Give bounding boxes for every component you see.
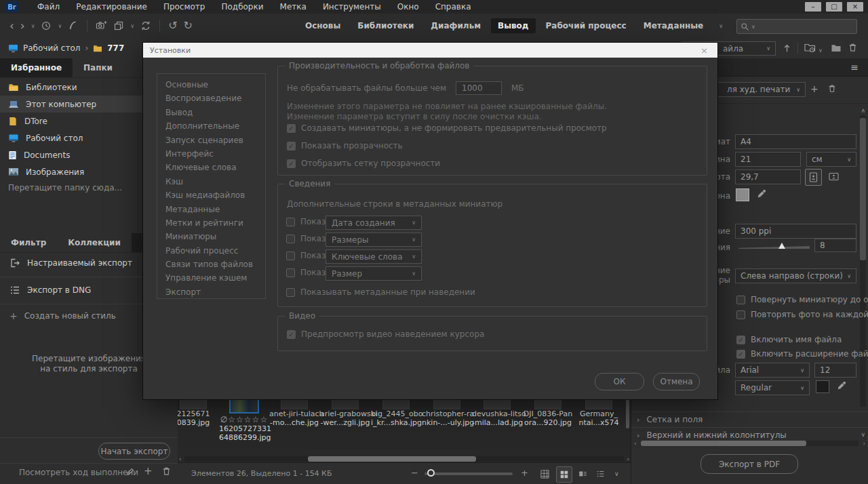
section-item[interactable]: Дополнительные — [157, 119, 265, 133]
scroll-right-icon[interactable]: › — [627, 456, 629, 462]
section-item[interactable]: Основные — [157, 78, 265, 92]
scroll-right-icon[interactable]: › — [863, 440, 865, 447]
sync-icon[interactable] — [140, 20, 151, 31]
grid-lock-view-button[interactable] — [537, 466, 552, 481]
generate-thumbnails-checkbox[interactable]: ✓ Создавать миниатюры, а не формировать … — [287, 123, 607, 133]
scroll-left-icon[interactable]: ‹ — [634, 440, 637, 447]
vertical-scrollbar-thumb[interactable] — [626, 397, 629, 428]
limit-input[interactable]: 1000 — [456, 81, 502, 95]
list-view-button[interactable] — [593, 466, 608, 481]
history-icon[interactable] — [41, 20, 52, 31]
search-input[interactable] — [757, 22, 853, 31]
section-item[interactable]: Ключевые слова — [157, 161, 265, 174]
forward-icon[interactable]: › — [20, 20, 25, 32]
close-button[interactable]: × — [847, 2, 863, 12]
sort-ascending-icon[interactable] — [782, 43, 792, 54]
section-item[interactable]: Запуск сценариев — [157, 134, 265, 147]
font-style-dropdown[interactable]: Regular∨ — [735, 380, 810, 395]
new-folder-icon[interactable] — [831, 43, 842, 52]
video-hover-preview-checkbox[interactable]: ✓ Предпросмотр видео наведением курсора — [287, 329, 484, 339]
camera-import-icon[interactable] — [96, 20, 107, 31]
font-size-field[interactable]: 12 — [814, 363, 856, 378]
slider-knob[interactable] — [427, 469, 435, 477]
metadata-dropdown[interactable]: Размер∨ — [326, 266, 422, 281]
pencil-icon[interactable] — [125, 466, 136, 477]
height-field[interactable]: 29,7 — [735, 169, 801, 184]
scroll-down-icon[interactable]: ∨ — [861, 431, 865, 438]
zoom-in-icon[interactable]: + — [521, 468, 528, 478]
show-tooltips-checkbox[interactable]: Показывать метаданные при наведении — [286, 287, 475, 297]
eyedropper-icon[interactable] — [756, 188, 767, 199]
view-progress-label[interactable]: Посмотреть ход выполнени — [19, 468, 138, 477]
rating-row[interactable]: ∅☆☆☆☆☆ — [219, 415, 269, 424]
workspace-more-icon[interactable]: ∨ — [719, 23, 723, 29]
menu-label[interactable]: Метка — [272, 0, 315, 14]
plus-icon[interactable]: + — [144, 465, 153, 477]
format-field[interactable]: A4 — [735, 134, 856, 149]
export-pdf-button[interactable]: Экспорт в PDF — [701, 454, 798, 474]
menu-stacks[interactable]: Подборки — [213, 0, 271, 14]
section-item[interactable]: Воспроизведение — [157, 92, 265, 105]
menu-view[interactable]: Просмотр — [155, 0, 214, 14]
trash-icon[interactable] — [161, 466, 172, 477]
menu-window[interactable]: Окно — [389, 0, 427, 14]
section-item[interactable]: Экспорт — [157, 285, 265, 299]
checkbox-unchecked[interactable] — [286, 268, 295, 277]
breadcrumb-root[interactable]: Рабочий стол — [23, 43, 80, 53]
chevron-down-icon[interactable]: ∨ — [31, 23, 35, 29]
chevron-down-icon[interactable]: ∨ — [58, 23, 62, 29]
trash-icon[interactable] — [848, 42, 858, 53]
redo-icon[interactable]: ↻ — [184, 20, 193, 31]
ok-button[interactable]: ОК — [595, 373, 644, 390]
direction-dropdown[interactable]: Слева направо (строки)∨ — [735, 268, 856, 283]
menu-tools[interactable]: Инструменты — [315, 0, 389, 14]
width-field[interactable]: 21 — [735, 152, 801, 167]
resolution-field[interactable]: 300 ppi — [735, 224, 856, 239]
view-options-chevron-icon[interactable]: ∨ — [614, 470, 619, 477]
vertical-scrollbar-thumb[interactable] — [860, 118, 866, 260]
maximize-button[interactable]: □ — [826, 2, 842, 12]
transparency-grid-checkbox[interactable]: ✓ Отобразить сетку прозрачности — [287, 159, 440, 168]
landscape-orientation-button[interactable] — [826, 169, 842, 184]
font-color-swatch[interactable] — [816, 380, 829, 393]
rotate-thumbnail-checkbox[interactable]: Повернуть миниатюру до оптимальн — [736, 295, 868, 304]
section-item[interactable]: Кэш медиафайлов — [157, 188, 265, 202]
checkbox-unchecked[interactable] — [286, 235, 295, 243]
quality-slider[interactable] — [738, 246, 810, 249]
cancel-button[interactable]: Отмена — [653, 373, 700, 390]
tab-filter[interactable]: Фильтр — [0, 233, 57, 252]
minimize-button[interactable]: – — [805, 2, 821, 12]
background-color-swatch[interactable] — [736, 188, 749, 201]
dialog-close-icon[interactable]: × — [698, 45, 711, 56]
section-item[interactable]: Связи типов файлов — [157, 258, 265, 271]
include-extension-checkbox[interactable]: ✓ Включить расширение файлов — [736, 349, 868, 359]
boomerang-icon[interactable] — [68, 20, 79, 31]
chevron-down-icon[interactable]: ∨ — [818, 47, 823, 54]
recent-folder-icon[interactable] — [804, 43, 816, 53]
show-transparency-checkbox[interactable]: ✓ Показать прозрачность — [287, 141, 403, 150]
workspace-tab-filmstrip[interactable]: Диафильм — [424, 18, 488, 33]
thumbnail-view-button[interactable] — [556, 466, 572, 483]
chevron-down-icon[interactable]: ∨ — [130, 23, 134, 29]
quality-value-field[interactable]: 8 — [814, 239, 856, 252]
menu-file[interactable]: Файл — [29, 0, 68, 14]
metadata-dropdown[interactable]: Размеры∨ — [326, 233, 422, 247]
zoom-out-icon[interactable]: − — [411, 468, 418, 478]
delete-template-icon[interactable] — [827, 83, 837, 94]
include-filename-checkbox[interactable]: ✓ Включить имя файла — [736, 335, 842, 344]
thumbnail-size-slider[interactable] — [425, 472, 513, 475]
add-template-icon[interactable]: + — [810, 83, 818, 94]
section-item[interactable]: Интерфейс — [157, 147, 265, 161]
metadata-dropdown[interactable]: Ключевые слова∨ — [326, 249, 422, 264]
scroll-up-icon[interactable]: ∧ — [861, 107, 865, 114]
section-item[interactable]: Метки и рейтинги — [157, 216, 265, 230]
section-item[interactable]: Кэш — [157, 175, 265, 188]
grid-margins-group[interactable]: › Сетка и поля — [631, 411, 868, 427]
panel-menu-icon[interactable]: ≡ — [850, 62, 859, 73]
tab-folders[interactable]: Папки — [73, 58, 123, 77]
metadata-dropdown[interactable]: Дата создания∨ — [326, 216, 422, 230]
scroll-left-icon[interactable]: ‹ — [179, 456, 182, 462]
repeat-photo-checkbox[interactable]: Повторять фото на каждой странице — [736, 310, 868, 319]
section-item[interactable]: Управление кэшем — [157, 271, 265, 285]
section-item[interactable]: Миниатюры — [157, 230, 265, 243]
